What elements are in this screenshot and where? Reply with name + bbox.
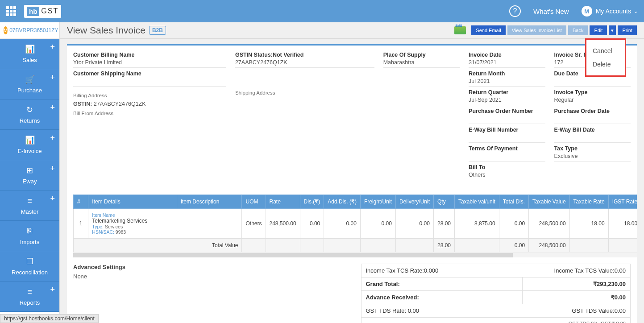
b2b-badge: B2B <box>149 26 166 35</box>
help-icon[interactable]: ? <box>509 5 521 17</box>
invoice-type-label: Invoice Type <box>554 89 631 97</box>
tcs-rate: Income Tax TCS Rate:0.000 <box>366 267 439 274</box>
bill-to-label: Bill To <box>469 164 545 172</box>
sms-icon[interactable] <box>454 26 466 34</box>
sidebar-label: Master <box>21 208 39 215</box>
sidebar-item-purchase[interactable]: +🛒Purchase <box>0 69 59 99</box>
sidebar-item-reconciliation[interactable]: ❐Reconciliation <box>0 251 59 282</box>
menu-icon: ≡ <box>27 287 32 297</box>
edit-dropdown-button[interactable]: ▾ <box>609 25 616 35</box>
terms-label: Terms Of Payment <box>469 145 545 153</box>
terms-value <box>469 153 545 162</box>
cell-qty: 28.00 <box>433 209 454 239</box>
tcs-value: Income Tax TCS Value:0.00 <box>554 267 626 274</box>
sidebar-item-eway[interactable]: +⊞Eway <box>0 160 59 190</box>
sidebar-label: Eway <box>23 178 37 185</box>
items-table: # Item Details Item Description UOM Rate… <box>73 195 637 253</box>
advanced-settings-title: Advanced Settings <box>73 264 343 270</box>
cell-uom: Others <box>242 209 266 239</box>
cell-taxrate: 18.00 <box>569 209 608 239</box>
po-number-value <box>469 116 545 124</box>
sidebar-item-imports[interactable]: ⎘Imports <box>0 221 59 251</box>
plus-icon[interactable]: + <box>50 164 55 173</box>
tds-igst: GST TDS 0% IGST:₹ 0.00 <box>361 318 631 323</box>
back-button[interactable]: Back <box>568 25 588 35</box>
horizontal-scrollbar[interactable] <box>73 253 637 257</box>
due-date-value <box>554 78 631 87</box>
return-quarter-label: Return Quarter <box>469 89 545 97</box>
total-qty: 28.00 <box>433 239 454 253</box>
apps-grid-icon[interactable] <box>6 6 16 16</box>
place-supply-label: Place Of Supply <box>383 52 460 59</box>
th-num: # <box>74 195 88 209</box>
sidebar-item-master[interactable]: +≡Master <box>0 190 59 221</box>
edit-button[interactable]: Edit <box>590 25 607 35</box>
po-date-label: Purchase Order Date <box>554 108 631 116</box>
th-dis: Dis.(₹) <box>300 195 324 209</box>
customer-billing-label: Customer Billing Name <box>73 52 226 59</box>
gstin-value: 07BVRPR3650J1ZY <box>9 27 58 33</box>
th-taxunit: Taxable val/unit <box>455 195 499 209</box>
plus-icon[interactable]: + <box>50 73 55 82</box>
view-list-button[interactable]: View Sales Invoice List <box>507 25 566 35</box>
po-date-value <box>554 116 631 124</box>
logo[interactable]: hb GST <box>24 5 61 18</box>
gstin-status-label: GSTIN Status:Not Verified <box>235 52 374 59</box>
eway-date-label: E-Way Bill Date <box>554 127 631 134</box>
sidebar-item-reports[interactable]: +≡Reports <box>0 282 59 312</box>
cell-freight: 0.00 <box>360 209 395 239</box>
customer-shipping-label: Customer Shipping Name <box>73 70 226 78</box>
chevron-down-icon[interactable]: ⌄ <box>634 8 638 14</box>
cell-desc <box>177 209 242 239</box>
table-row: 1 Item Name Telemarketing Services Type:… <box>74 209 637 239</box>
grand-total-label: Grand Total: <box>361 277 522 291</box>
advanced-settings-none: None <box>73 273 343 280</box>
advance-value: ₹0.00 <box>522 291 630 304</box>
my-accounts-menu[interactable]: My Accounts <box>596 8 631 15</box>
import-icon: ⎘ <box>27 227 32 236</box>
th-taxrate: Taxable Rate <box>569 195 608 209</box>
gstin-selector[interactable]: M 07BVRPR3650J1ZY <box>0 22 59 39</box>
logo-suffix: GST <box>40 7 58 15</box>
return-quarter-value: Jul-Sep 2021 <box>469 97 545 105</box>
sidebar-label: Returns <box>20 117 40 124</box>
plus-icon[interactable]: + <box>50 42 55 52</box>
th-uom: UOM <box>242 195 266 209</box>
cart-icon: 🛒 <box>25 75 35 84</box>
th-rate: Rate <box>266 195 300 209</box>
th-delivery: Delivery/Unit <box>395 195 433 209</box>
total-taxval: 248,500.00 <box>529 239 570 253</box>
topbar: hb GST ? What's New M My Accounts ⌄ <box>0 0 644 22</box>
send-email-button[interactable]: Send Email <box>471 25 505 35</box>
tds-rate: GST TDS Rate: 0.00 <box>366 307 419 314</box>
status-bar-url: https://gst.hostbooks.com/Home/client <box>0 314 99 323</box>
sidebar-label: E-Invoice <box>17 148 42 154</box>
customer-billing-value: Ytor Private Limited <box>73 59 226 68</box>
plus-icon[interactable]: + <box>50 194 55 203</box>
whats-new-link[interactable]: What's New <box>533 8 569 15</box>
dropdown-cancel[interactable]: Cancel <box>586 44 625 58</box>
plus-icon[interactable]: + <box>50 133 55 143</box>
table-total-row: Total Value 28.00 0.00 248,500.00 44,730… <box>74 239 637 253</box>
cell-num: 1 <box>74 209 88 239</box>
bill-to-value: Others <box>469 172 545 180</box>
table-header-row: # Item Details Item Description UOM Rate… <box>74 195 637 209</box>
plus-icon[interactable]: + <box>50 285 55 294</box>
gstin-status-value: 27AABCY2476Q1ZK <box>235 59 374 68</box>
user-avatar[interactable]: M <box>582 6 592 17</box>
th-taxval: Taxable Value <box>529 195 570 209</box>
dropdown-delete[interactable]: Delete <box>586 58 625 71</box>
print-button[interactable]: Print <box>618 25 637 35</box>
shipping-address-label: Shipping Address <box>235 90 374 95</box>
advance-label: Advance Received: <box>361 291 522 304</box>
sidebar-label: Reconciliation <box>12 269 48 276</box>
plus-icon[interactable]: + <box>50 103 55 112</box>
sidebar-item-sales[interactable]: +📊Sales <box>0 39 59 69</box>
sidebar-item-einvoice[interactable]: +📊E-Invoice <box>0 130 59 160</box>
cell-adddis: 0.00 <box>324 209 361 239</box>
po-number-label: Purchase Order Number <box>469 108 545 116</box>
page-header: View Sales Invoice B2B Send Email View S… <box>60 22 644 39</box>
total-totdis: 0.00 <box>499 239 528 253</box>
total-label: Total Value <box>74 239 242 253</box>
sidebar-item-returns[interactable]: +↻Returns <box>0 99 59 130</box>
